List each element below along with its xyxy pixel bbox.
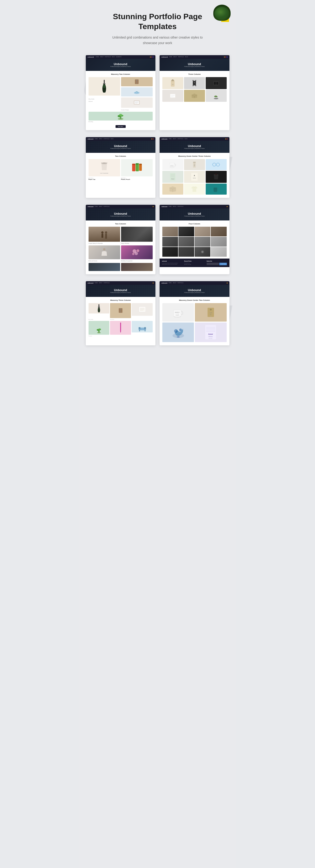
zoom-tag-label: LABELTAG [195,303,226,321]
nav-logo-6: unbound [162,206,167,207]
bw-photo-candle [162,237,178,247]
svg-point-5 [136,80,137,81]
svg-text:LAB: LAB [210,312,212,313]
svg-point-58 [216,163,219,166]
mug-white: ENJOYlittle things [162,159,183,170]
svg-text:Roundup: Roundup [209,338,213,339]
svg-rect-68 [191,173,198,181]
caption-wine-label: Wine Bottle [89,98,120,100]
card-masonry-zoom-3col: unbound HOME ABOUT PORTFOLIO BLOG Unboun… [160,137,230,198]
card-masonry-zoom-2col: unbound HOME ABOUT PORTFOLIO Unbound Pro… [160,281,230,345]
page-subtitle: Unlimited grid combinations and various … [111,35,204,46]
card7-tagline: Professional Agency WordPress Theme [110,292,131,293]
row-1: U unbound HOME ABOUT PORTFOLIO BLOG ELEM… [86,55,230,130]
card-masonry-3col: unbound HOME ABOUT PORTFOLIO Unbound Pro… [86,281,156,345]
nav-logo-5: unbound [88,206,94,207]
svg-point-115 [174,329,178,333]
card1-tagline: Professional Agency WordPress Theme [110,66,131,67]
nav-logo-3: unbound [88,138,94,140]
svg-marker-99 [120,331,121,333]
product-img-plant [89,112,153,121]
bw-photo-woman [195,227,210,237]
zoom-notebook-handwritten: Noted Mockup Roundup [195,322,226,342]
svg-point-40 [214,98,218,99]
svg-text:THINGS: THINGS [176,315,179,316]
caption-brand-1: Branding [89,121,153,122]
svg-text:Noted: Noted [171,178,175,180]
svg-point-81 [135,252,138,255]
card-three-col: unbound HOME ABOUT PORTFOLIO BLOG Unboun… [160,55,230,130]
row-3: U unbound HOME ABOUT PORTFOLIO Unbound [86,205,230,274]
card7-layout-label: Masonry Three Column [89,299,153,301]
bw-photo-dark1 [178,227,194,237]
svg-rect-29 [193,85,194,86]
tshirt-img [184,184,205,195]
product-img-letter [121,97,153,108]
card5-tagline: Professional Agency WordPress Theme [110,215,131,217]
card1-layout-label: Masonry Two Column [89,73,153,75]
subscribe-input[interactable] [207,263,219,265]
svg-point-72 [215,174,217,175]
wedding-extra-1 [89,263,120,271]
bw-photo-man2 [178,237,194,247]
card4-title: Unbound [188,144,201,148]
caption-custom-design: Custom Design [121,109,137,111]
card8-tagline: Professional Agency WordPress Theme [184,292,205,293]
card-masonry-two-col: unbound HOME ABOUT PORTFOLIO BLOG ELEMEN… [86,55,156,130]
card8-title: Unbound [188,288,201,292]
svg-text:salt: salt [172,84,174,85]
svg-text:the little: the little [176,313,179,315]
svg-rect-102 [144,327,146,330]
product-img-splash [121,87,153,96]
svg-rect-44 [132,164,135,165]
svg-point-82 [132,253,134,255]
svg-text:little things: little things [170,166,174,167]
subscribe-button[interactable]: SUBSCRIBE [219,263,227,265]
footer-recent-posts: Recent Posts [184,260,205,262]
svg-text:TAG: TAG [210,316,212,317]
svg-point-80 [137,249,139,252]
bw-photo-sparkle [195,247,210,257]
svg-rect-47 [139,164,142,171]
wedding-couple-riverside [89,227,120,242]
card-two-col-wedding: unbound HOME ABOUT PORTFOLIO Unbound Pro… [86,205,156,274]
view-more-btn-1[interactable]: View More [115,125,126,128]
card4-layout-label: Masonry Zoom Center Three Column [162,155,227,157]
card6-title: Unbound [188,212,201,215]
caption-paper-cup: Paper Cup [89,179,120,180]
svg-text:PAPER: PAPER [193,178,196,179]
wedding-arrangement [121,245,153,259]
svg-point-74 [101,231,104,234]
card-four-col: unbound HOME ABOUT PORTFOLIO Unbound Pro… [160,205,230,274]
caption-wedding-arrangement: Wedding Arrangement [121,260,153,261]
card-two-col-product: unbound HOME ABOUT PORTFOLIO BLOG Unboun… [86,137,156,198]
product-img-tag [121,77,153,86]
caption-happy-wedding: Happy Wedding [121,243,153,244]
card6-layout-label: Four Column [162,223,227,225]
svg-rect-20 [172,80,173,80]
svg-point-116 [179,329,182,331]
product-watch [184,77,205,89]
card7-title: Unbound [114,288,127,292]
m3col-pen [110,321,131,335]
svg-point-76 [105,231,107,234]
caption-bride-groom: Bride and Groom [89,260,120,261]
product-cup: Live Customizer [89,159,120,176]
svg-point-17 [119,114,122,116]
bw-photo-woman2 [211,237,226,247]
product-box-dark [206,77,227,89]
zoom-mug-enjoy: ENJOYthe littleTHINGS [162,303,194,321]
m3col-plant [89,321,109,335]
svg-rect-101 [139,327,140,330]
svg-text:A: A [194,175,195,176]
card3-tagline: Professional Agency WordPress Theme [110,148,131,149]
card2-title: Unbound [188,62,201,66]
m3col-wine [89,303,109,313]
bw-photo-man3 [195,237,210,247]
zoom-paint-splash: CK [162,322,194,342]
parcel-img [162,184,183,195]
card1-title: Unbound [114,62,127,66]
bw-photo-dark3 [178,247,194,257]
nav-logo-8: unbound [162,282,167,284]
svg-point-110 [210,309,212,310]
